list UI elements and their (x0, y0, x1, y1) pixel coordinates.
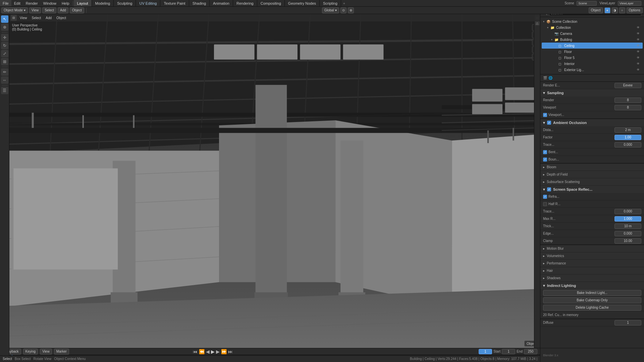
tab-geometry-nodes[interactable]: Geometry Nodes (285, 0, 320, 6)
tool-select[interactable]: ↖ (1, 15, 8, 23)
tab-add-button[interactable]: + (341, 0, 347, 6)
play-end-btn[interactable]: ⏭ (228, 349, 233, 354)
viewport-add-menu[interactable]: Add (44, 15, 53, 21)
viewport-select-menu[interactable]: Select (30, 15, 43, 21)
volumetrics-section[interactable]: ▸ Volumetrics (540, 252, 644, 260)
viewport-samples-value[interactable]: 8 (614, 105, 641, 110)
options-btn[interactable]: Options (627, 7, 643, 13)
start-frame-input[interactable]: 1 (502, 349, 515, 354)
view-layer-selector[interactable]: ViewLayer (618, 1, 641, 6)
menu-file[interactable]: File (0, 0, 11, 6)
tree-floor[interactable]: ◻ Floor 👁 (542, 49, 643, 55)
tool-rotate[interactable]: ↻ (1, 42, 8, 49)
ao-distance-value[interactable]: 2 m (614, 127, 641, 133)
diffuse-value[interactable]: 1 (614, 320, 641, 325)
end-frame-input[interactable]: 250 (524, 349, 537, 354)
tab-rendering[interactable]: Rendering (233, 0, 257, 6)
tree-scene-collection[interactable]: ▾ 📦 Scene Collection (542, 18, 643, 24)
tab-shading[interactable]: Shading (189, 0, 210, 6)
ssr-enabled-check[interactable]: ✓ (547, 187, 551, 191)
shadows-section[interactable]: ▸ Shadows (540, 275, 644, 282)
play-fwd-btn[interactable]: ▶ (216, 349, 220, 354)
proportional-edit[interactable]: ⊚ (348, 7, 354, 13)
ssr-trace-value[interactable]: 0.000 (614, 209, 641, 214)
ao-factor-value[interactable]: 1.00 (614, 135, 641, 140)
tab-layout[interactable]: Layout (74, 0, 92, 6)
tool-annotate[interactable]: ✏ (1, 68, 8, 76)
menu-edit[interactable]: Edit (11, 0, 23, 6)
tree-building[interactable]: ▾ 📁 Building 👁 (542, 37, 643, 43)
tab-animation[interactable]: Animation (210, 0, 233, 6)
tool-add[interactable]: ☰ (1, 87, 8, 94)
tree-floor5[interactable]: ◻ Floor 5 👁 (542, 55, 643, 61)
ao-bent-check[interactable]: ✓ (543, 150, 547, 154)
ao-header[interactable]: ▾ ✓ Ambient Occlusion (540, 119, 644, 126)
current-frame-input[interactable]: 1 (479, 349, 492, 354)
tree-ceiling[interactable]: ◻ Ceiling 👁 (542, 43, 643, 49)
tab-modeling[interactable]: Modeling (92, 0, 114, 6)
bake-cubemap-btn[interactable]: Bake Cubemap Only (543, 297, 641, 303)
viewport-denoising-checkbox[interactable]: ✓ Viewport... (543, 113, 564, 117)
shading-solid[interactable]: ● (604, 7, 610, 13)
tab-scripting[interactable]: Scripting (320, 0, 341, 6)
ssr-edge-value[interactable]: 0.000 (614, 231, 641, 236)
status-rotate-view[interactable]: Rotate View (34, 357, 52, 361)
shading-material[interactable]: ◑ (612, 7, 618, 13)
ssr-refraction-check[interactable]: ✓ (543, 195, 547, 199)
motion-blur-section[interactable]: ▸ Motion Blur (540, 245, 644, 252)
view-menu[interactable]: View (29, 7, 41, 13)
ssr-clamp-value[interactable]: 10.00 (614, 238, 641, 244)
strip-btn-2[interactable]: △ (535, 21, 540, 25)
tab-uv-editing[interactable]: UV Editing (136, 0, 160, 6)
scene-prop-icon[interactable]: 🌐 (548, 76, 552, 80)
timeline-keying-menu[interactable]: Keying (23, 349, 38, 355)
bloom-section[interactable]: ▸ Bloom (540, 164, 644, 171)
status-box-select[interactable]: Box Select (15, 357, 31, 361)
play-pause-btn[interactable]: ▶ (211, 349, 215, 354)
menu-help[interactable]: Help (59, 0, 72, 6)
depth-of-field-section[interactable]: ▸ Depth of Field (540, 171, 644, 178)
menu-render[interactable]: Render (23, 0, 41, 6)
select-menu[interactable]: Select (42, 7, 56, 13)
tab-compositing[interactable]: Compositing (257, 0, 285, 6)
performance-section[interactable]: ▸ Performance (540, 260, 644, 267)
timeline-marker-menu[interactable]: Marker (54, 349, 69, 355)
viewport-view-menu[interactable]: View (18, 15, 29, 21)
render-prop-icon[interactable]: 🎬 (543, 76, 547, 80)
subsurface-section[interactable]: ▸ Subsurface Scattering (540, 178, 644, 186)
ssr-half-res-check[interactable] (543, 202, 547, 206)
hair-section[interactable]: ▸ Hair (540, 267, 644, 275)
object-mode-dropdown[interactable]: Object Mode ▾ (1, 7, 28, 13)
tool-move[interactable]: ✛ (1, 34, 8, 41)
tree-interior[interactable]: ◻ Interior 👁 (542, 61, 643, 67)
viewport-mode-menu[interactable]: ⊟ (11, 15, 17, 21)
bake-indirect-btn[interactable]: Bake Indirect Light... (543, 290, 641, 296)
ssr-header[interactable]: ▾ ✓ Screen Space Reflec... (540, 186, 644, 193)
tab-sculpting[interactable]: Sculpting (114, 0, 136, 6)
tool-measure[interactable]: ↔ (1, 76, 8, 84)
indirect-lighting-header[interactable]: ▾ Indirect Lighting (540, 282, 644, 289)
render-samples-value[interactable]: 8 (614, 98, 641, 103)
overlay-btn[interactable]: Object (589, 7, 603, 13)
object-menu[interactable]: Object (70, 7, 84, 13)
sampling-header[interactable]: ▾ Sampling (540, 89, 644, 97)
ssr-thickness-value[interactable]: 10 m (614, 224, 641, 229)
tool-cursor[interactable]: ⊕ (1, 23, 8, 31)
scene-selector[interactable]: Scene (577, 1, 597, 6)
play-start-btn[interactable]: ⏮ (193, 349, 198, 354)
tree-collection[interactable]: ▾ 📁 Collection 👁 (542, 24, 643, 31)
play-prev-btn[interactable]: ⏪ (199, 349, 205, 354)
tree-exterior-light[interactable]: ◻ Exterior Lig... 👁 (542, 67, 643, 73)
timeline-view-menu[interactable]: View (40, 349, 52, 355)
snap-toggle[interactable]: ⊙ (340, 7, 346, 13)
add-menu[interactable]: Add (58, 7, 68, 13)
play-next-btn[interactable]: ⏩ (221, 349, 227, 354)
viewport-3d[interactable]: ⊟ View Select Add Object User Perspectiv… (9, 14, 540, 348)
ao-trace-value[interactable]: 0.000 (614, 142, 641, 147)
shading-render[interactable]: ○ (619, 7, 625, 13)
tab-texture-paint[interactable]: Texture Paint (160, 0, 189, 6)
play-back-btn[interactable]: ◀ (206, 349, 210, 354)
status-select[interactable]: Select (3, 357, 12, 361)
ssr-maxrough-value[interactable]: 1.000 (614, 216, 641, 222)
ao-bounces-check[interactable]: ✓ (543, 158, 547, 162)
